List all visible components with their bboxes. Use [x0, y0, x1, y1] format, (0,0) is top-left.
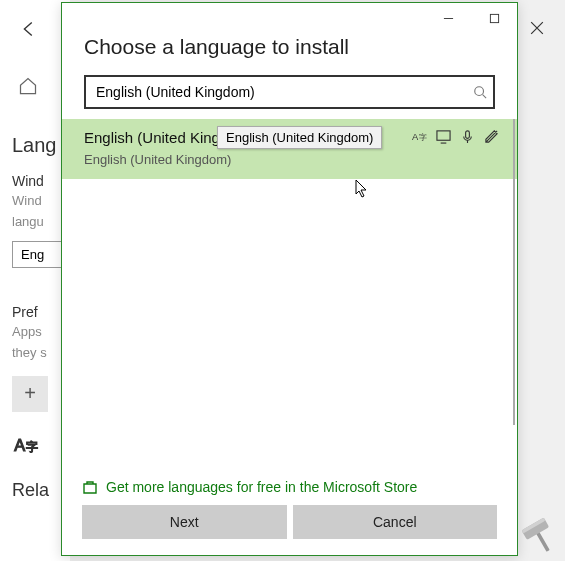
handwriting-icon [484, 129, 499, 144]
home-icon[interactable] [18, 76, 40, 98]
button-row: Next Cancel [82, 505, 497, 539]
svg-rect-6 [437, 131, 450, 140]
bg-sub2: Pref [0, 292, 70, 322]
svg-rect-8 [536, 531, 550, 552]
bg-text1b: langu [0, 212, 70, 233]
store-link[interactable]: Get more languages for free in the Micro… [82, 479, 497, 495]
search-input[interactable] [84, 75, 495, 109]
svg-text:字: 字 [26, 440, 38, 453]
tooltip: English (United Kingdom) [217, 126, 382, 149]
add-button[interactable]: + [12, 376, 48, 412]
svg-rect-7 [466, 131, 470, 139]
bg-text2a: Apps [0, 322, 70, 343]
scrollbar[interactable] [513, 119, 515, 425]
dialog-title: Choose a language to install [62, 33, 517, 75]
watermark-icon [517, 513, 561, 557]
text-to-speech-icon: A字 [412, 129, 427, 144]
minimize-button[interactable] [425, 3, 471, 33]
svg-point-3 [475, 87, 484, 96]
bg-sub1: Wind [0, 161, 70, 191]
speech-icon [460, 129, 475, 144]
related-heading: Rela [0, 472, 70, 505]
store-icon [82, 479, 98, 495]
search-wrap [84, 75, 495, 109]
bg-text1a: Wind [0, 191, 70, 212]
language-install-dialog: Choose a language to install English (Un… [61, 2, 518, 556]
feature-icons: A字 [412, 129, 499, 144]
dialog-footer: Get more languages for free in the Micro… [62, 467, 517, 555]
display-icon [436, 129, 451, 144]
maximize-button[interactable] [471, 3, 517, 33]
svg-rect-2 [490, 14, 498, 22]
next-button[interactable]: Next [82, 505, 287, 539]
cancel-button[interactable]: Cancel [293, 505, 498, 539]
store-link-text: Get more languages for free in the Micro… [106, 479, 417, 495]
settings-bg: Lang Wind Wind langu Eng Pref Apps they … [0, 0, 70, 561]
titlebar [62, 3, 517, 33]
section-heading: Lang [0, 126, 70, 161]
svg-text:A: A [14, 436, 25, 454]
language-list: English (United King English (United Kin… [62, 119, 517, 467]
language-item-sub: English (United Kingdom) [84, 152, 497, 167]
search-icon [473, 85, 487, 99]
outer-close-button[interactable] [519, 10, 555, 46]
svg-text:字: 字 [419, 133, 427, 142]
back-icon[interactable] [18, 18, 42, 42]
bg-lang-input[interactable]: Eng [12, 241, 62, 268]
bg-text2b: they s [0, 343, 70, 364]
